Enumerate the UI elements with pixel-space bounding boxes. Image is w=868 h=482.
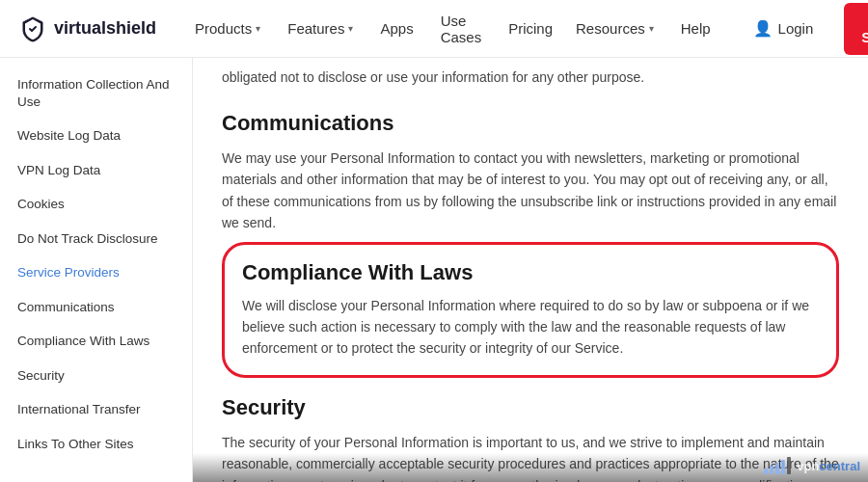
communications-title: Communications <box>222 111 839 136</box>
content-area: Information Collection And Use Website L… <box>0 58 868 482</box>
resources-chevron-icon: ▾ <box>649 23 654 34</box>
sidebar-item-information[interactable]: Information Collection And Use <box>0 67 192 119</box>
header-right: Resources ▾ Help 👤 Login Get Started <box>564 3 868 55</box>
sidebar-item-international[interactable]: International Transfer <box>0 392 192 427</box>
sidebar-item-website-log[interactable]: Website Log Data <box>0 119 192 153</box>
products-chevron-icon: ▾ <box>256 23 260 34</box>
nav-products[interactable]: Products ▾ <box>183 13 272 44</box>
header: virtualshield Products ▾ Features ▾ Apps… <box>0 0 868 58</box>
compliance-section-highlighted: Compliance With Laws We will disclose yo… <box>222 242 839 378</box>
sidebar-item-service-providers[interactable]: Service Providers <box>0 255 192 290</box>
header-left: virtualshield Products ▾ Features ▾ Apps… <box>19 5 564 53</box>
compliance-body: We will disclose your Personal Informati… <box>242 295 819 360</box>
main-nav: Products ▾ Features ▾ Apps Use Cases Pri… <box>183 5 564 53</box>
top-continuation-text: obligated not to disclose or use your in… <box>222 58 839 94</box>
features-chevron-icon: ▾ <box>348 23 353 34</box>
get-started-button[interactable]: Get Started <box>844 3 868 55</box>
sidebar-item-links[interactable]: Links To Other Sites <box>0 427 192 462</box>
security-body: The security of your Personal Informatio… <box>222 432 839 482</box>
nav-features[interactable]: Features ▾ <box>276 13 365 44</box>
login-button[interactable]: 👤 Login <box>738 12 829 45</box>
security-section: Security The security of your Personal I… <box>222 395 839 482</box>
nav-apps[interactable]: Apps <box>368 13 424 44</box>
communications-section: Communications We may use your Personal … <box>222 111 839 234</box>
communications-body: We may use your Personal Information to … <box>222 147 839 234</box>
vpncentral-watermark: vpncentral <box>764 457 860 474</box>
sidebar-item-do-not-track[interactable]: Do Not Track Disclosure <box>0 222 192 256</box>
sidebar: Information Collection And Use Website L… <box>0 58 193 482</box>
user-icon: 👤 <box>753 19 773 38</box>
security-title: Security <box>222 395 839 420</box>
compliance-title: Compliance With Laws <box>242 260 819 285</box>
watermark-text: vpncentral <box>797 459 860 473</box>
sidebar-item-security[interactable]: Security <box>0 359 192 393</box>
sidebar-item-vpn-log[interactable]: VPN Log Data <box>0 153 192 188</box>
sidebar-item-compliance[interactable]: Compliance With Laws <box>0 324 192 359</box>
logo-text: virtualshield <box>54 18 156 39</box>
nav-pricing[interactable]: Pricing <box>497 13 564 44</box>
sidebar-item-cookies[interactable]: Cookies <box>0 187 192 222</box>
nav-use-cases[interactable]: Use Cases <box>429 5 494 53</box>
logo-icon <box>19 15 46 42</box>
logo[interactable]: virtualshield <box>19 15 156 42</box>
nav-resources[interactable]: Resources ▾ <box>564 13 665 44</box>
nav-help[interactable]: Help <box>669 13 722 44</box>
header-right-nav: Resources ▾ Help <box>564 13 722 44</box>
main-content: obligated not to disclose or use your in… <box>193 58 868 482</box>
signal-bars-icon <box>764 457 791 474</box>
sidebar-item-communications[interactable]: Communications <box>0 290 192 325</box>
